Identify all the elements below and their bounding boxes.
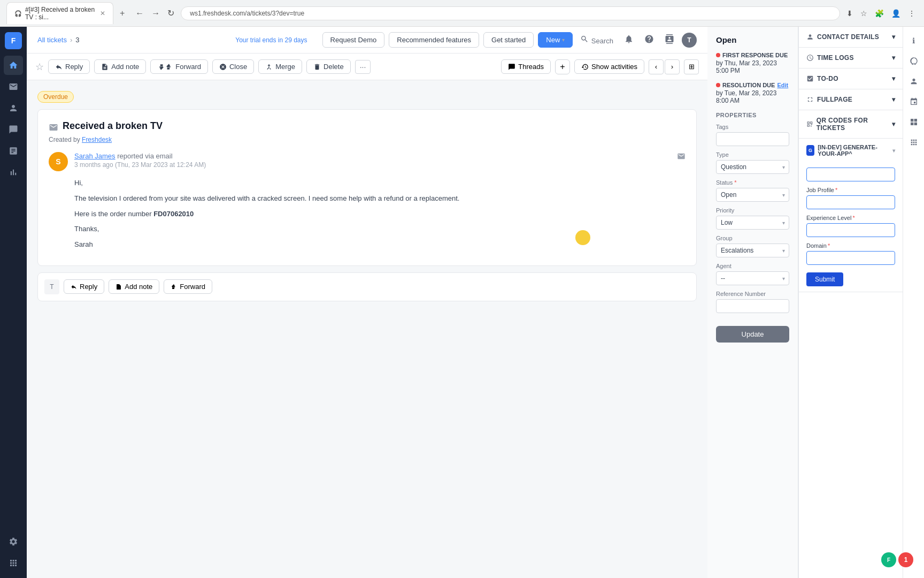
group-select[interactable]: Escalations Support Billing	[716, 244, 789, 257]
app-search-input[interactable]	[806, 168, 895, 181]
icon-bar-calendar[interactable]	[905, 93, 922, 110]
new-button[interactable]: New ▾	[538, 32, 573, 48]
icon-bar-apps[interactable]	[905, 134, 922, 151]
merge-button[interactable]: Merge	[258, 59, 302, 74]
recommended-features-button[interactable]: Recommended features	[389, 32, 479, 48]
star-button[interactable]: ☆	[35, 61, 44, 73]
forward-button[interactable]: Forward	[150, 59, 208, 74]
add-thread-button[interactable]: +	[555, 59, 570, 74]
ref-number-label: Reference Number	[716, 291, 789, 297]
experience-level-input[interactable]	[806, 223, 895, 237]
new-tab-button[interactable]: +	[116, 6, 129, 20]
job-profile-label: Job Profile *	[806, 187, 895, 193]
icon-bar: ℹ	[903, 27, 924, 578]
time-logs-header[interactable]: TIME LOGS ▾	[799, 48, 903, 68]
todo-header[interactable]: TO-DO ▾	[799, 69, 903, 89]
sidebar-item-settings[interactable]	[4, 532, 23, 551]
sidebar-item-tickets[interactable]	[4, 120, 23, 139]
sidebar-item-email[interactable]	[4, 77, 23, 96]
profile-icon[interactable]: 👤	[889, 7, 903, 20]
layout-button[interactable]: ⊞	[684, 59, 699, 74]
app-form: Job Profile * Experience Level *	[799, 162, 903, 292]
created-by-link[interactable]: Freshdesk	[82, 136, 112, 143]
domain-input[interactable]	[806, 251, 895, 265]
qr-codes-section: QR CODES FOR TICKETS ▾	[799, 110, 903, 139]
search-button[interactable]: Search	[577, 32, 617, 49]
app-generate-header[interactable]: G [IN-DEV] GENERATE-YOUR-APP^ ▾	[799, 139, 903, 162]
tags-input[interactable]	[716, 132, 789, 146]
agent-select-wrapper: --	[716, 271, 789, 285]
job-profile-input[interactable]	[806, 195, 895, 209]
more-icon[interactable]: ⋮	[906, 7, 918, 20]
agent-select[interactable]: --	[716, 271, 789, 285]
reply-btn-small[interactable]: Reply	[64, 279, 104, 294]
sidebar-item-home[interactable]	[4, 56, 23, 75]
status-label: Status *	[716, 179, 789, 186]
editor-format-icon[interactable]: T	[44, 279, 59, 294]
icon-bar-grid[interactable]	[905, 113, 922, 131]
priority-select[interactable]: Low Medium High Urgent	[716, 216, 789, 230]
contact-details-header[interactable]: CONTACT DETAILS ▾	[799, 27, 903, 47]
notification-count-badge[interactable]: 1	[898, 552, 913, 567]
threads-button[interactable]: Threads	[501, 59, 551, 74]
close-ticket-button[interactable]: Close	[212, 59, 254, 74]
tab-close-icon[interactable]: ✕	[100, 10, 105, 17]
job-profile-required: *	[835, 187, 837, 193]
request-demo-button[interactable]: Request Demo	[322, 32, 385, 48]
back-button[interactable]: ←	[133, 6, 146, 20]
icon-bar-activities[interactable]	[905, 52, 922, 70]
delete-button[interactable]: Delete	[306, 59, 351, 74]
app-generate-section: G [IN-DEV] GENERATE-YOUR-APP^ ▾ Job Prof…	[799, 139, 903, 292]
overdue-badge: Overdue	[37, 91, 74, 103]
forward-button[interactable]: →	[149, 6, 162, 20]
fullpage-icon	[806, 96, 814, 103]
add-note-button[interactable]: Add note	[94, 59, 146, 74]
sidebar-item-contacts[interactable]	[4, 98, 23, 118]
user-avatar[interactable]: T	[682, 33, 697, 48]
sidebar-item-analytics[interactable]	[4, 163, 23, 182]
show-activities-button[interactable]: Show activities	[574, 59, 644, 74]
type-select[interactable]: Question Incident Problem Feature Reques…	[716, 160, 789, 174]
add-note-btn-small[interactable]: Add note	[109, 279, 159, 294]
qr-codes-header[interactable]: QR CODES FOR TICKETS ▾	[799, 110, 903, 138]
fullpage-header[interactable]: FULLPAGE ▾	[799, 89, 903, 110]
notifications-button[interactable]	[621, 31, 637, 49]
more-options-button[interactable]: ···	[355, 60, 371, 74]
icon-bar-contacts[interactable]	[905, 73, 922, 90]
breadcrumb: All tickets › 3	[37, 36, 79, 44]
ref-number-input[interactable]	[716, 299, 789, 313]
next-ticket-button[interactable]: ›	[665, 59, 680, 74]
sender-name-link[interactable]: Sarah James	[74, 152, 116, 160]
email-icon	[49, 123, 58, 132]
browser-tabs: 🎧 #[#3] Received a broken TV : si... ✕ +	[6, 2, 129, 24]
bookmark-icon[interactable]: ☆	[858, 7, 869, 20]
priority-select-wrapper: Low Medium High Urgent	[716, 216, 789, 230]
address-bar[interactable]: ws1.freshdesk.com/a/tickets/3?dev=true	[181, 6, 840, 20]
update-button[interactable]: Update	[716, 326, 789, 343]
contacts-icon-button[interactable]	[661, 31, 677, 49]
sidebar-bottom	[4, 532, 23, 573]
tab-favicon: 🎧	[14, 10, 22, 17]
sidebar-item-reports[interactable]	[4, 141, 23, 161]
freshworks-bot-icon[interactable]: F	[881, 552, 896, 567]
app-submit-button[interactable]: Submit	[806, 272, 843, 286]
help-button[interactable]	[641, 31, 657, 49]
main-content: All tickets › 3 Your trial ends in 29 da…	[27, 27, 924, 578]
forward-btn-small[interactable]: Forward	[164, 279, 212, 294]
reply-button[interactable]: Reply	[48, 59, 90, 74]
experience-level-field: Experience Level *	[806, 215, 895, 237]
reload-button[interactable]: ↻	[165, 6, 176, 20]
download-icon[interactable]: ⬇	[844, 7, 855, 20]
resolution-edit-link[interactable]: Edit	[777, 82, 788, 88]
get-started-button[interactable]: Get started	[483, 32, 534, 48]
type-select-wrapper: Question Incident Problem Feature Reques…	[716, 160, 789, 174]
topbar-actions: Request Demo Recommended features Get st…	[322, 31, 697, 49]
sender-time: 3 months ago (Thu, 23 Mar 2023 at 12:24 …	[74, 161, 206, 169]
status-select[interactable]: Open Pending Resolved Closed	[716, 188, 789, 202]
active-tab[interactable]: 🎧 #[#3] Received a broken TV : si... ✕	[6, 2, 113, 24]
extensions-icon[interactable]: 🧩	[873, 7, 886, 20]
icon-bar-info[interactable]: ℹ	[905, 32, 922, 49]
prev-ticket-button[interactable]: ‹	[649, 59, 664, 74]
sidebar-item-apps[interactable]	[4, 553, 23, 573]
breadcrumb-all-tickets[interactable]: All tickets	[37, 36, 67, 44]
